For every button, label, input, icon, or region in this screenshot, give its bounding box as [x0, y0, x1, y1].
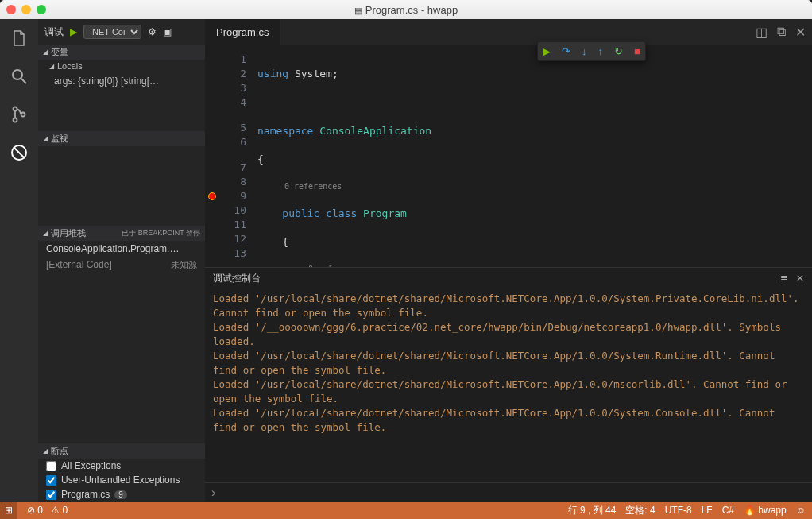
svg-point-0: [13, 70, 22, 79]
bp-user-exceptions[interactable]: User-Unhandled Exceptions: [38, 473, 205, 487]
bp-program[interactable]: Program.cs9: [38, 487, 205, 502]
status-bar: ⊞ ⊘ 0 ⚠ 0 行 9 , 列 44 空格: 4 UTF-8 LF C# 🔥…: [0, 502, 812, 519]
console-output[interactable]: Loaded '/usr/local/share/dotnet/shared/M…: [205, 289, 812, 482]
svg-point-2: [14, 107, 17, 111]
stack-frame-0[interactable]: ConsoleApplication.Program.…: [38, 241, 205, 257]
section-callstack[interactable]: ◢调用堆栈已于 BREAKPOINT 暂停: [38, 226, 205, 241]
variable-args[interactable]: args: {string[0]} [string[…: [54, 76, 199, 87]
source-control-icon[interactable]: [8, 103, 30, 126]
svg-point-4: [21, 113, 25, 117]
encoding-info[interactable]: UTF-8: [665, 505, 692, 516]
open-changes-icon[interactable]: ⧉: [777, 25, 786, 39]
gear-icon[interactable]: ⚙: [148, 26, 157, 37]
console-icon[interactable]: ▣: [163, 26, 172, 37]
section-locals[interactable]: ◢Locals: [38, 60, 205, 72]
clear-console-icon[interactable]: ≣: [780, 273, 788, 284]
activity-bar: [0, 19, 38, 502]
remote-icon[interactable]: ⊞: [0, 502, 17, 519]
tab-program-cs[interactable]: Program.cs: [205, 19, 280, 45]
language-mode[interactable]: C#: [722, 505, 734, 516]
stack-frame-1[interactable]: [External Code]未知源: [38, 257, 205, 273]
search-icon[interactable]: [8, 65, 30, 87]
debug-toolbar[interactable]: ▶ ↷ ↓ ↑ ↻ ■: [537, 41, 646, 61]
panel-title: 调试控制台: [213, 272, 261, 285]
editor-tabs: Program.cs ◫ ⧉ ✕: [205, 19, 812, 45]
titlebar: ▤Program.cs - hwapp: [0, 0, 812, 19]
status-errors[interactable]: ⊘ 0: [27, 505, 43, 516]
sidebar-title: 调试: [44, 25, 64, 39]
bp-all-exceptions[interactable]: All Exceptions: [38, 459, 205, 473]
close-panel-icon[interactable]: ✕: [796, 273, 804, 284]
file-icon: ▤: [354, 6, 362, 15]
start-debug-icon[interactable]: ▶: [70, 26, 77, 37]
stop-icon[interactable]: ■: [634, 45, 640, 57]
step-out-icon[interactable]: ↑: [598, 45, 604, 57]
step-over-icon[interactable]: ↷: [562, 45, 570, 57]
git-branch[interactable]: 🔥 hwapp: [744, 505, 787, 516]
line-gutter: 1234 56 78910111213: [219, 45, 253, 267]
continue-icon[interactable]: ▶: [543, 45, 551, 57]
cursor-position[interactable]: 行 9 , 列 44: [568, 504, 617, 517]
debug-console-panel: 调试控制台 ≣ ✕ Loaded '/usr/local/share/dotne…: [205, 267, 812, 502]
breakpoint-indicator[interactable]: [208, 192, 216, 200]
section-watch[interactable]: ◢监视: [38, 131, 205, 146]
svg-line-6: [14, 147, 25, 158]
restart-icon[interactable]: ↻: [614, 45, 623, 57]
split-editor-icon[interactable]: ◫: [756, 25, 768, 40]
console-input[interactable]: ›: [205, 482, 812, 502]
svg-line-1: [21, 79, 26, 83]
debug-sidebar: 调试 ▶ .NET Coi ⚙ ▣ ◢变量 ◢Locals args: {str…: [38, 19, 205, 502]
eol-info[interactable]: LF: [702, 505, 713, 516]
step-into-icon[interactable]: ↓: [582, 45, 587, 57]
more-icon[interactable]: ✕: [795, 25, 806, 40]
code-editor[interactable]: 1234 56 78910111213 using System; namesp…: [205, 45, 812, 267]
debug-icon[interactable]: [8, 141, 30, 164]
window-title: Program.cs - hwapp: [365, 4, 458, 16]
indent-info[interactable]: 空格: 4: [625, 504, 655, 517]
svg-point-3: [14, 118, 17, 122]
feedback-icon[interactable]: ☺: [796, 505, 806, 516]
debug-config-select[interactable]: .NET Coi: [83, 25, 141, 39]
status-warnings[interactable]: ⚠ 0: [51, 505, 68, 516]
explorer-icon[interactable]: [8, 27, 30, 49]
section-breakpoints[interactable]: ◢断点: [38, 443, 205, 459]
section-variables[interactable]: ◢变量: [38, 45, 205, 60]
